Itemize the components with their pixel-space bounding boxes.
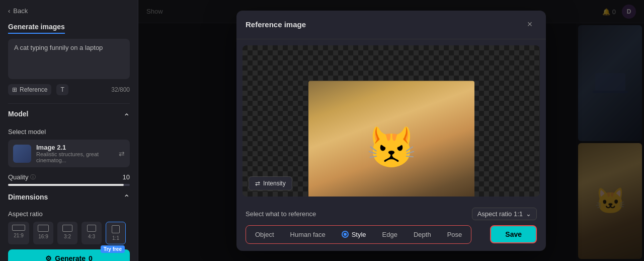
ref-option-object[interactable]: Object xyxy=(248,228,281,241)
aspect-ratio-text: Aspect ratio 1:1 xyxy=(477,210,523,218)
modal-body: 😾 ⇄ Intensity xyxy=(236,39,546,203)
aspect-icon-sq xyxy=(112,225,120,233)
generate-button[interactable]: Try free ⚙ Generate 0 xyxy=(8,249,130,261)
aspect-label: Aspect ratio xyxy=(8,210,130,218)
generate-count: 0 xyxy=(89,254,93,261)
save-btn-row: Save xyxy=(490,225,537,243)
quality-info-icon: ⓘ xyxy=(30,173,36,181)
divider-1 xyxy=(8,103,130,104)
model-thumbnail xyxy=(13,145,31,163)
edge-label: Edge xyxy=(382,231,397,238)
aspect-ratio-selector[interactable]: Aspect ratio 1:1 ⌄ xyxy=(472,208,537,220)
save-label: Save xyxy=(505,230,522,238)
dimensions-section: Dimensions ⌃ xyxy=(8,193,130,206)
quality-value: 10 xyxy=(123,173,130,181)
prompt-textarea[interactable]: A cat typing funnily on a laptop xyxy=(8,39,130,79)
modal-header: Reference image × xyxy=(236,11,546,39)
aspect-icon-med2 xyxy=(87,225,96,232)
model-section: Model ⌃ xyxy=(8,110,130,123)
reference-image-modal: Reference image × 😾 ⇄ Intensity xyxy=(236,11,546,251)
back-arrow-icon: ‹ xyxy=(8,7,10,15)
aspect-icon-wide xyxy=(38,225,49,232)
model-name: Image 2.1 xyxy=(36,144,114,151)
modal-footer: Select what to reference Aspect ratio 1:… xyxy=(236,203,546,251)
save-button[interactable]: Save xyxy=(490,225,537,243)
chevron-down-icon: ⌄ xyxy=(526,210,531,218)
collapse-icon: ⌃ xyxy=(123,112,130,121)
style-radio-icon xyxy=(342,231,349,238)
aspect-21-9[interactable]: 21:9 xyxy=(8,222,29,244)
main-content: Show 🔔 0 D 🐱 xyxy=(138,0,644,261)
char-count: 32/800 xyxy=(111,86,130,93)
aspect-icon-med xyxy=(62,225,72,232)
aspect-3-2[interactable]: 3:2 xyxy=(57,222,77,244)
back-label: Back xyxy=(13,7,28,15)
model-info: Image 2.1 Realistic structures, great ci… xyxy=(36,144,114,163)
modal-title: Reference image xyxy=(246,20,306,29)
generate-label: Generate xyxy=(55,254,86,261)
quality-label: Quality ⓘ xyxy=(8,173,36,181)
reference-icon: ⊞ xyxy=(12,86,17,93)
text-tag[interactable]: T xyxy=(56,84,68,95)
dimensions-collapse-icon: ⌃ xyxy=(123,193,130,206)
prompt-actions: ⊞ Reference T 32/800 xyxy=(8,84,130,95)
generate-section-title: Generate images xyxy=(8,23,130,34)
reference-options-group: Object Human face Style Edge xyxy=(246,225,471,244)
reference-options-label: Select what to reference xyxy=(246,210,316,218)
intensity-label: Intensity xyxy=(263,180,286,187)
image-preview-area: 😾 ⇄ Intensity xyxy=(243,45,540,197)
generate-icon: ⚙ xyxy=(45,254,52,261)
quality-slider[interactable] xyxy=(8,184,130,186)
ref-option-edge[interactable]: Edge xyxy=(375,228,405,241)
reference-row: Select what to reference Aspect ratio 1:… xyxy=(246,208,537,220)
slider-fill xyxy=(8,184,124,186)
select-model-label: Select model xyxy=(8,128,130,136)
ref-option-depth[interactable]: Depth xyxy=(407,228,438,241)
model-card[interactable]: Image 2.1 Realistic structures, great ci… xyxy=(8,140,130,167)
ref-option-style[interactable]: Style xyxy=(335,228,373,241)
aspect-icon-wide2 xyxy=(12,225,25,231)
ref-option-pose[interactable]: Pose xyxy=(440,228,469,241)
intensity-icon: ⇄ xyxy=(255,180,260,187)
depth-label: Depth xyxy=(414,231,431,238)
back-button[interactable]: ‹ Back xyxy=(8,7,130,15)
swap-icon[interactable]: ⇄ xyxy=(119,150,125,158)
aspect-1-1[interactable]: 1:1 xyxy=(106,222,126,244)
try-free-badge: Try free xyxy=(101,245,125,253)
intensity-button[interactable]: ⇄ Intensity xyxy=(249,176,292,190)
modal-close-button[interactable]: × xyxy=(523,18,537,32)
modal-overlay: Reference image × 😾 ⇄ Intensity xyxy=(138,0,644,261)
reference-tag[interactable]: ⊞ Reference xyxy=(8,84,51,95)
model-desc: Realistic structures, great cinematog... xyxy=(36,151,114,163)
aspect-16-9[interactable]: 16:9 xyxy=(33,222,53,244)
aspect-4-3[interactable]: 4:3 xyxy=(82,222,102,244)
style-label: Style xyxy=(352,231,366,238)
pose-label: Pose xyxy=(447,231,462,238)
human-face-label: Human face xyxy=(290,231,326,238)
cat-face-overlay: 😾 xyxy=(308,81,474,197)
ref-option-human-face[interactable]: Human face xyxy=(283,228,333,241)
quality-row: Quality ⓘ 10 xyxy=(8,173,130,181)
object-label: Object xyxy=(255,231,274,238)
sidebar: ‹ Back Generate images A cat typing funn… xyxy=(0,0,138,261)
aspect-grid: 21:9 16:9 3:2 4:3 1:1 xyxy=(8,222,130,244)
